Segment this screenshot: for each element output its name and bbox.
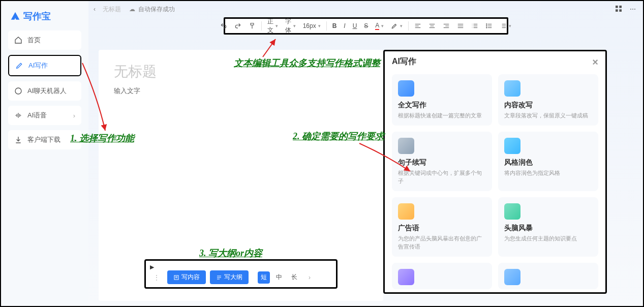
chat-icon bbox=[14, 87, 22, 95]
strike-button[interactable]: S bbox=[362, 22, 370, 29]
svg-rect-1 bbox=[616, 6, 618, 8]
paragraph-style-dropdown[interactable]: 正文 bbox=[266, 17, 280, 35]
svg-rect-3 bbox=[616, 9, 618, 12]
pencil-icon bbox=[15, 62, 23, 70]
note-icon bbox=[504, 269, 520, 285]
highlight-button[interactable] bbox=[389, 22, 404, 29]
continue-icon bbox=[398, 138, 414, 154]
app-logo: 写作宝 bbox=[8, 7, 81, 30]
chevron-right-icon: › bbox=[73, 136, 75, 144]
ai-card-extra-1[interactable] bbox=[392, 263, 492, 289]
voice-icon bbox=[14, 111, 22, 119]
sidebar-item-home[interactable]: 首页 bbox=[8, 30, 81, 50]
main-area: ‹ 无标题 ☁ 自动保存成功 ⋯ 正文 字体 16px B I U bbox=[88, 1, 643, 306]
unordered-list-button[interactable] bbox=[484, 22, 494, 29]
italic-button[interactable]: I bbox=[342, 22, 347, 29]
format-paint-button[interactable] bbox=[247, 22, 257, 29]
back-button[interactable]: ‹ bbox=[94, 6, 96, 13]
write-outline-button[interactable]: 写大纲 bbox=[210, 270, 249, 284]
ad-icon bbox=[398, 203, 414, 220]
close-icon[interactable]: × bbox=[592, 57, 598, 67]
title-input[interactable]: 无标题 bbox=[114, 62, 368, 81]
autosave-status: ☁ 自动保存成功 bbox=[128, 5, 175, 14]
topbar: ‹ 无标题 ☁ 自动保存成功 ⋯ bbox=[88, 1, 643, 17]
sidebar-label: AI写作 bbox=[28, 61, 48, 70]
align-justify-button[interactable] bbox=[455, 22, 466, 29]
redo-button[interactable] bbox=[233, 22, 243, 29]
font-family-dropdown[interactable]: 字体 bbox=[284, 17, 297, 35]
undo-button[interactable] bbox=[219, 22, 229, 29]
rewrite-icon bbox=[504, 80, 520, 97]
ai-card-continue[interactable]: 句子续写 根据关键词或中心句，扩展多个句子 bbox=[392, 132, 492, 191]
text-color-button[interactable]: A bbox=[374, 22, 385, 30]
play-icon: ▶ bbox=[150, 264, 332, 270]
more-icon[interactable]: ⋯ bbox=[630, 6, 636, 13]
sidebar-label: 客户端下载 bbox=[27, 135, 60, 144]
chevron-right-icon: › bbox=[73, 112, 75, 119]
home-icon bbox=[14, 36, 22, 44]
ai-panel: AI写作 × 全文写作 根据标题快速创建一篇完整的文章 内容改写 文章段落改写，… bbox=[383, 50, 607, 294]
line-height-button[interactable] bbox=[498, 22, 513, 29]
length-mid-button[interactable]: 中 bbox=[273, 271, 285, 284]
svg-point-5 bbox=[486, 24, 487, 24]
sidebar-label: AI聊天机器人 bbox=[27, 86, 67, 96]
body-input[interactable]: 输入文字 bbox=[114, 86, 368, 96]
tab-name: 无标题 bbox=[103, 5, 121, 14]
write-content-button[interactable]: 写内容 bbox=[167, 270, 206, 284]
align-center-button[interactable] bbox=[427, 22, 437, 29]
sidebar: 写作宝 首页 AI写作 AI聊天机器人 AI语音 › 客户端下载 › bbox=[1, 1, 88, 306]
sidebar-item-ai-voice[interactable]: AI语音 › bbox=[8, 106, 81, 125]
ai-card-ad[interactable]: 广告语 为您的产品头脑风暴出有创意的广告宣传语 bbox=[392, 197, 492, 257]
underline-button[interactable]: U bbox=[351, 22, 359, 29]
font-size-dropdown[interactable]: 16px bbox=[301, 22, 322, 29]
download-icon bbox=[14, 136, 22, 144]
brainstorm-icon bbox=[504, 203, 520, 220]
align-left-button[interactable] bbox=[413, 22, 423, 29]
length-short-button[interactable]: 短 bbox=[258, 271, 270, 284]
sidebar-label: 首页 bbox=[27, 36, 41, 45]
length-long-button[interactable]: 长 bbox=[288, 271, 300, 284]
editor-toolbar: 正文 字体 16px B I U S A bbox=[224, 17, 508, 35]
ai-card-extra-2[interactable] bbox=[498, 263, 598, 289]
align-right-button[interactable] bbox=[441, 22, 451, 29]
svg-rect-2 bbox=[619, 6, 622, 8]
sidebar-item-ai-write[interactable]: AI写作 bbox=[8, 55, 81, 76]
ai-card-rewrite[interactable]: 内容改写 文章段落改写，保留原义一键成稿 bbox=[498, 74, 598, 126]
ai-panel-title: AI写作 bbox=[392, 56, 416, 67]
apps-icon[interactable] bbox=[615, 5, 623, 14]
svg-point-7 bbox=[486, 27, 487, 28]
cloud-icon: ☁ bbox=[128, 5, 136, 13]
polish-icon bbox=[504, 138, 520, 154]
length-next-button[interactable]: › bbox=[303, 271, 316, 284]
app-name: 写作宝 bbox=[23, 10, 51, 22]
svg-rect-4 bbox=[619, 9, 622, 12]
ai-card-full-writing[interactable]: 全文写作 根据标题快速创建一篇完整的文章 bbox=[392, 74, 492, 126]
sidebar-item-ai-chat[interactable]: AI聊天机器人 bbox=[8, 81, 81, 101]
ordered-list-button[interactable] bbox=[470, 22, 480, 29]
logo-icon bbox=[10, 11, 20, 21]
mail-icon bbox=[398, 269, 414, 285]
sidebar-label: AI语音 bbox=[27, 111, 47, 120]
ai-card-brainstorm[interactable]: 头脑风暴 为您生成任何主题的知识要点 bbox=[498, 197, 598, 257]
svg-point-0 bbox=[15, 88, 21, 94]
drag-handle-icon[interactable]: ⋮ bbox=[150, 273, 163, 282]
sidebar-item-download[interactable]: 客户端下载 › bbox=[8, 130, 81, 149]
svg-point-6 bbox=[486, 25, 487, 26]
inline-toolbar: ▶ ⋮ 写内容 写大纲 短 中 长 › bbox=[144, 259, 338, 289]
doc-icon bbox=[398, 80, 414, 97]
ai-card-polish[interactable]: 风格润色 将内容润色为指定风格 bbox=[498, 132, 598, 191]
bold-button[interactable]: B bbox=[331, 22, 339, 29]
editor[interactable]: 无标题 输入文字 ▶ ⋮ 写内容 写大纲 短 中 长 › bbox=[99, 50, 383, 301]
